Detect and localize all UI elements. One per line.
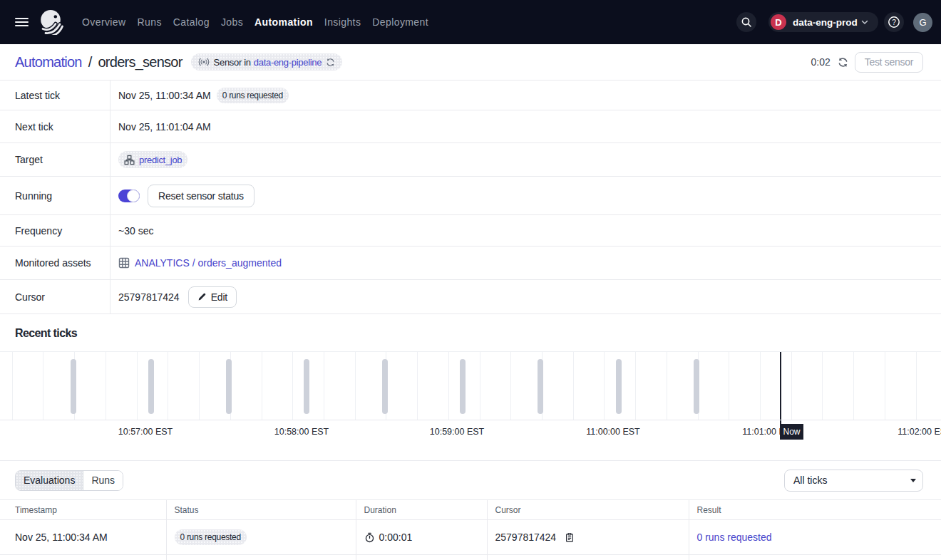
- svg-text:?: ?: [892, 19, 896, 26]
